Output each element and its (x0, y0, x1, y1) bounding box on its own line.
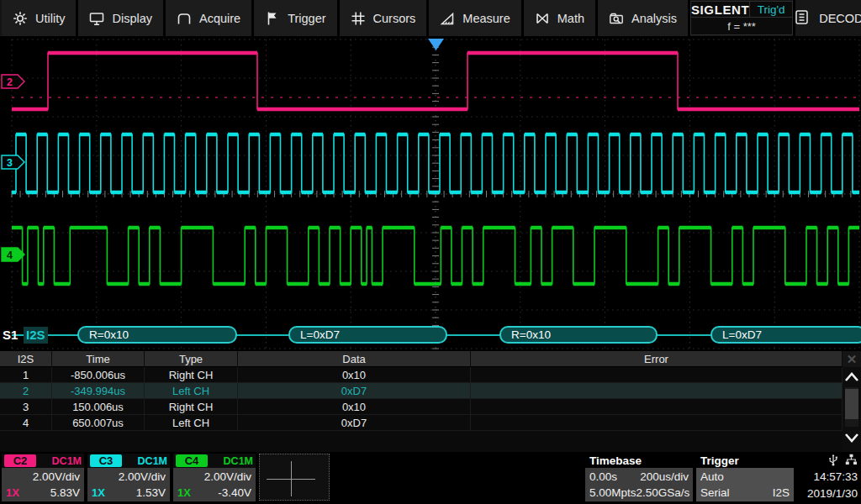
table-cell: 4 (0, 415, 52, 430)
table-cell: -850.006us (52, 367, 145, 382)
menu-item-label: Math (557, 12, 584, 25)
clock-date: 2019/1/30 (795, 485, 859, 501)
trigger-status-badge: Trig'd (750, 2, 792, 17)
menu-item-acquire[interactable]: Acquire (166, 0, 254, 36)
decode-results-table: I2STimeTypeDataError1-850.006usRight CH0… (0, 351, 861, 452)
menu-item-cursors[interactable]: Cursors (340, 0, 430, 36)
table-row-2[interactable]: 2-349.994usLeft CH0xD7 (0, 383, 843, 399)
menu-item-measure[interactable]: Measure (429, 0, 523, 36)
table-row-3[interactable]: 3150.006usRight CH0x10 (0, 399, 843, 415)
table-cell: Left CH (145, 383, 238, 398)
trigger-box[interactable]: Trigger Auto Serial I2S (696, 454, 794, 501)
channel-scale: 2.00V/div (87, 468, 170, 485)
channel-scale: 2.00V/div (2, 468, 84, 485)
menu-item-math[interactable]: Math (524, 0, 598, 36)
channel-probe: 1X (6, 486, 19, 499)
trigger-mode: Auto (700, 470, 724, 483)
scroll-up-button[interactable] (843, 367, 861, 386)
close-icon[interactable]: ✕ (843, 351, 861, 367)
channel-offset: 1.53V (136, 486, 166, 499)
channel-scale: 2.00V/div (173, 468, 256, 485)
waveform-display[interactable]: 234 S1 I2S R=0x10L=0xD7R=0x10L=0xD7 (0, 36, 861, 351)
table-cell: 150.006us (52, 399, 145, 414)
add-channel-button[interactable] (259, 454, 330, 501)
table-scrollbar: ✕ (843, 351, 861, 452)
trigger-position-marker[interactable] (428, 39, 444, 50)
decode-bus-protocol: I2S (24, 327, 48, 344)
decode-bubble-1: L=0xD7 (288, 326, 447, 344)
table-cell: 0xD7 (238, 383, 471, 398)
frequency-readout: f = *** (691, 18, 792, 34)
channel-offset: -3.40V (218, 486, 251, 499)
menu-item-label: Cursors (373, 12, 416, 25)
usb-icon (828, 454, 838, 469)
waveform-canvas: 234 (0, 36, 861, 351)
menu-bar: UtilityDisplayAcquireTriggerCursorsMeasu… (0, 0, 861, 36)
scroll-down-button[interactable] (843, 428, 861, 447)
analysis-icon (609, 11, 624, 26)
table-header-row: I2STimeTypeDataError (0, 351, 843, 367)
channel-3-marker-label: 3 (7, 157, 13, 169)
channel-box-c3[interactable]: C3DC1M2.00V/div1X1.53V (87, 454, 170, 501)
scrollbar-track[interactable] (845, 387, 858, 427)
decode-bus-name: S1 (3, 328, 18, 342)
table-row-4[interactable]: 4650.007usLeft CH0xD7 (0, 415, 843, 431)
channel-badge: C4 (176, 454, 208, 467)
channel-offset: 5.83V (50, 486, 80, 499)
scrollbar-thumb[interactable] (845, 389, 858, 419)
channel-3-position-marker[interactable] (2, 155, 24, 169)
table-cell: 2 (0, 383, 52, 398)
table-cell (471, 399, 843, 414)
channel-badge: C3 (90, 454, 122, 467)
timebase-scale: 200us/div (640, 470, 689, 483)
math-icon (535, 11, 550, 26)
trigger-type: Serial (700, 486, 730, 499)
channel-4-position-marker[interactable] (2, 248, 24, 261)
decode-bubble-2: R=0x10 (499, 326, 658, 344)
status-bar: C2DC1M2.00V/div1X5.83VC3DC1M2.00V/div1X1… (0, 452, 861, 504)
menu-item-utility[interactable]: Utility (2, 0, 78, 36)
siglent-logo: SIGLENT (691, 2, 750, 17)
trigger-title: Trigger (696, 454, 794, 468)
display-icon (89, 11, 104, 26)
menu-item-trigger[interactable]: Trigger (254, 0, 339, 36)
channel-2-position-marker[interactable] (2, 75, 24, 88)
table-cell: 0xD7 (238, 415, 471, 430)
table-cell (471, 367, 843, 382)
gear-icon (13, 11, 28, 26)
flag-icon (265, 11, 280, 26)
menu-item-display[interactable]: Display (78, 0, 166, 36)
channel-coupling: DC1M (138, 455, 167, 467)
cursors-icon (351, 11, 366, 26)
menu-item-label: Measure (462, 12, 510, 25)
table-row-1[interactable]: 1-850.006usRight CH0x10 (0, 367, 843, 383)
table-header-i2s: I2S (0, 351, 52, 366)
channel-box-c2[interactable]: C2DC1M2.00V/div1X5.83V (2, 454, 84, 501)
lan-icon (845, 454, 858, 468)
decode-bubble-0: R=0x10 (77, 326, 237, 344)
table-cell: Right CH (145, 399, 238, 414)
channel-2-marker-label: 2 (7, 76, 13, 88)
table-cell: 650.007us (52, 415, 145, 430)
channel-box-c4[interactable]: C4DC1M2.00V/div1X-3.40V (173, 454, 256, 501)
table-cell (471, 415, 843, 430)
decode-panel-title[interactable]: DECODE (793, 0, 861, 36)
table-cell: 0x10 (238, 399, 471, 414)
menu-item-label: Analysis (631, 12, 677, 25)
measure-icon (440, 11, 455, 26)
timebase-box[interactable]: Timebase 0.00s 200us/div 5.00Mpts 2.50GS… (585, 454, 693, 501)
timebase-memory: 5.00Mpts (589, 486, 637, 499)
acquire-icon (177, 11, 192, 26)
menu-item-label: Utility (35, 12, 65, 25)
menu-item-analysis[interactable]: Analysis (598, 0, 690, 36)
table-cell (471, 383, 843, 398)
menu-item-label: Display (112, 12, 152, 25)
clock-time: 14:57:33 (795, 468, 859, 485)
table-cell: 0x10 (238, 367, 471, 382)
timebase-delay: 0.00s (589, 470, 617, 483)
table-cell: Left CH (145, 415, 238, 430)
table-cell: 3 (0, 399, 52, 414)
channel-probe: 1X (177, 486, 191, 499)
siglent-status-panel: SIGLENT Trig'd f = *** (690, 1, 793, 35)
timebase-title: Timebase (585, 454, 693, 468)
